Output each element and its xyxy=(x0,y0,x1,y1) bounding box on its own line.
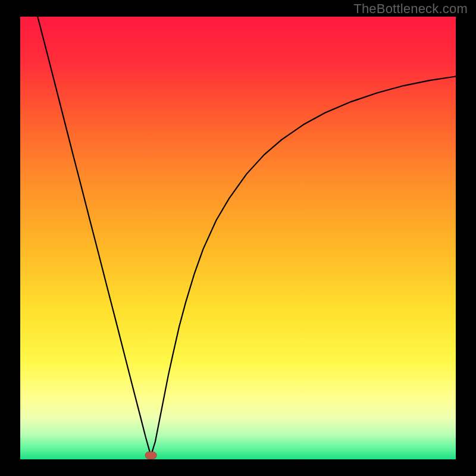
chart-stage: TheBottleneck.com xyxy=(0,0,476,476)
marker-dot xyxy=(145,452,156,459)
plot-background xyxy=(20,17,456,459)
bottleneck-chart xyxy=(0,0,476,476)
watermark-text: TheBottleneck.com xyxy=(353,1,468,17)
